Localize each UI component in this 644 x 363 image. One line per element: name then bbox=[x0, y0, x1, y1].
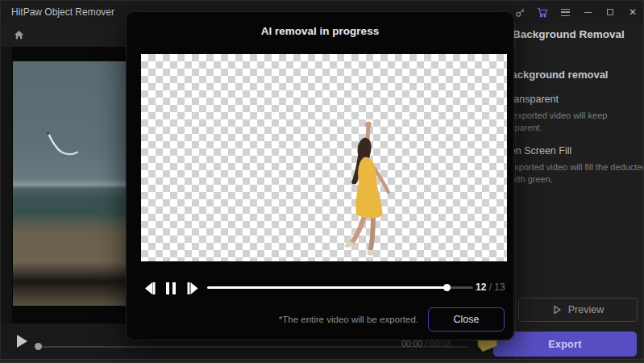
menu-icon[interactable] bbox=[559, 6, 571, 18]
main-timeline-handle[interactable] bbox=[35, 343, 42, 350]
close-button-label: Close bbox=[454, 314, 480, 325]
frame-current: 12 bbox=[476, 282, 486, 293]
app-title: HitPaw Object Remover bbox=[11, 6, 114, 18]
key-icon[interactable] bbox=[514, 6, 526, 18]
window-bottom-edge bbox=[1, 359, 644, 363]
frame-counter: 12 / 13 bbox=[476, 282, 505, 293]
modal-player-controls bbox=[143, 279, 199, 297]
slider-handle[interactable] bbox=[443, 284, 451, 291]
modal-footer: *The entire video will be exported. Clos… bbox=[279, 307, 505, 332]
slider-fill bbox=[207, 286, 447, 289]
cart-icon[interactable] bbox=[537, 6, 548, 18]
side-panel: Background Removal AI background removal… bbox=[515, 23, 644, 361]
close-button[interactable]: Close bbox=[428, 307, 505, 332]
next-frame-icon[interactable] bbox=[186, 281, 199, 295]
option-greenscreen-desc: The exported video will fill the deducte… bbox=[492, 161, 644, 186]
play-icon[interactable] bbox=[17, 335, 27, 348]
close-icon[interactable]: ✕ bbox=[627, 6, 638, 18]
play-outline-icon bbox=[552, 305, 562, 315]
seagull-bird bbox=[43, 130, 80, 169]
transparent-preview bbox=[141, 54, 507, 261]
app-window: HitPaw Object Remover ✕ bbox=[0, 0, 644, 363]
frame-total: / 13 bbox=[489, 282, 505, 293]
modal-progress-slider[interactable] bbox=[207, 286, 473, 290]
export-button[interactable]: Export bbox=[493, 332, 637, 357]
woman-in-yellow-dress bbox=[324, 104, 421, 261]
ai-removal-modal: AI removal in progress bbox=[126, 11, 514, 340]
slider-remainder bbox=[447, 286, 473, 289]
maximize-icon[interactable] bbox=[605, 6, 616, 18]
pause-icon[interactable] bbox=[164, 281, 177, 295]
option-transparent-desc: The exported video will keep transparent… bbox=[495, 110, 637, 134]
export-button-label: Export bbox=[548, 339, 581, 350]
preview-button-label: Preview bbox=[568, 304, 604, 315]
titlebar-icons: ✕ bbox=[514, 1, 638, 23]
export-note: *The entire video will be exported. bbox=[279, 315, 418, 324]
minimize-icon[interactable] bbox=[582, 6, 593, 18]
preview-button[interactable]: Preview bbox=[518, 298, 638, 322]
panel-title: Background Removal bbox=[513, 28, 625, 40]
previous-frame-icon[interactable] bbox=[143, 281, 156, 295]
modal-title: AI removal in progress bbox=[127, 25, 513, 37]
home-icon[interactable] bbox=[13, 29, 26, 42]
